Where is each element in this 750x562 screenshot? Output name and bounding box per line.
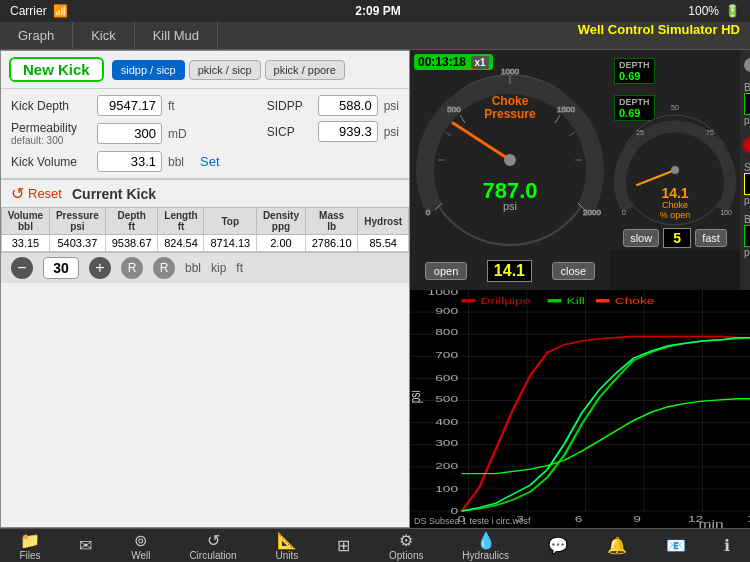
r-button-1[interactable]: R — [121, 257, 143, 279]
options-label: Options — [389, 550, 423, 561]
speed-controls: slow 5 fast — [610, 228, 740, 248]
toolbar-hydraulics[interactable]: 💧 Hydraulics — [454, 531, 517, 561]
units-label: Units — [276, 550, 299, 561]
bhp-unit: psi — [744, 247, 750, 258]
plus-button[interactable]: + — [89, 257, 111, 279]
permeability-input[interactable] — [97, 123, 162, 144]
bop-press-value: 2604.9 — [744, 93, 750, 115]
new-kick-header: New Kick sidpp / sicp pkick / sicp pkick… — [1, 51, 409, 89]
svg-text:% open: % open — [660, 210, 691, 220]
tab-pkick-ppore[interactable]: pkick / ppore — [265, 60, 345, 80]
bottom-toolbar: 📁 Files ✉ ⊚ Well ↺ Circulation 📐 Units ⊞… — [0, 528, 750, 562]
svg-text:6: 6 — [575, 514, 583, 524]
kick-volume-unit: bbl — [168, 155, 184, 169]
svg-text:25: 25 — [636, 129, 644, 136]
choke-pct-gauge: DEPTH 0.69 DEPTH 0.69 0 25 50 75 100 — [610, 50, 740, 250]
tab-pkick-sicp[interactable]: pkick / sicp — [189, 60, 261, 80]
toolbar-bars[interactable]: ⊞ — [329, 536, 358, 555]
svg-point-28 — [671, 166, 679, 174]
nav-tab-kill-mud[interactable]: Kill Mud — [135, 22, 218, 50]
svg-text:psi: psi — [503, 200, 517, 212]
kick-volume-input[interactable] — [97, 151, 162, 172]
svg-text:500: 500 — [435, 394, 459, 404]
bop-failure-light — [744, 58, 750, 72]
kick-volume-row: Kick Volume bbl Set — [11, 151, 247, 172]
data-table-container: Volumebbl Pressurepsi Depthft Lengthft T… — [1, 207, 409, 252]
tab-sidpp-sicp[interactable]: sidpp / sicp — [112, 60, 185, 80]
toolbar-chat[interactable]: 💬 — [540, 536, 576, 555]
bhp-label: BHP — [744, 214, 750, 225]
cell-mass: 2786.10 — [305, 235, 358, 252]
nav-tab-graph[interactable]: Graph — [0, 22, 73, 50]
kick-depth-input[interactable] — [97, 95, 162, 116]
toolbar-well[interactable]: ⊚ Well — [123, 531, 158, 561]
toolbar-info[interactable]: ℹ — [716, 536, 738, 555]
set-link[interactable]: Set — [200, 154, 220, 169]
sidpp-unit: psi — [384, 99, 399, 113]
bop-press-container: BOP PRESS 2604.9 psi — [744, 82, 750, 126]
cell-depth: 9538.67 — [105, 235, 158, 252]
col-density: Densityppg — [257, 208, 306, 235]
reset-button[interactable]: ↺ Reset — [11, 184, 62, 203]
battery-display: 100% — [688, 4, 719, 18]
kick-depth-label: Kick Depth — [11, 99, 91, 113]
sicp-unit: psi — [384, 125, 399, 139]
fast-button[interactable]: fast — [695, 229, 727, 247]
cell-pressure: 5403.37 — [49, 235, 105, 252]
sidpp-input[interactable] — [318, 95, 378, 116]
sicp-input[interactable] — [318, 121, 378, 142]
speaker-icon: 🔔 — [607, 536, 627, 555]
svg-rect-106 — [596, 299, 610, 302]
bars-icon: ⊞ — [337, 536, 350, 555]
reset-icon: ↺ — [11, 184, 24, 203]
chat-icon: 💬 — [548, 536, 568, 555]
svg-text:300: 300 — [435, 438, 459, 448]
cell-length: 824.54 — [158, 235, 204, 252]
nav-tab-kick[interactable]: Kick — [73, 22, 135, 50]
files-icon: 📁 — [20, 531, 40, 550]
kick-tabs: sidpp / sicp pkick / sicp pkick / ppore — [112, 60, 345, 80]
svg-rect-48 — [410, 290, 750, 528]
toolbar-mail[interactable]: ✉ — [71, 536, 100, 555]
col-pressure: Pressurepsi — [49, 208, 105, 235]
hydraulics-icon: 💧 — [476, 531, 496, 550]
svg-text:0: 0 — [622, 209, 626, 216]
svg-rect-102 — [462, 299, 476, 302]
well-label: Well — [131, 550, 150, 561]
svg-text:Drillpipe: Drillpipe — [481, 295, 531, 305]
toolbar-email[interactable]: 📧 — [658, 536, 694, 555]
close-button[interactable]: close — [552, 262, 596, 280]
main-content: New Kick sidpp / sicp pkick / sicp pkick… — [0, 50, 750, 528]
toolbar-units[interactable]: 📐 Units — [268, 531, 307, 561]
svg-text:800: 800 — [435, 327, 459, 337]
svg-text:100: 100 — [720, 209, 732, 216]
right-panel: 00:13:18 x1 0 500 — [410, 50, 750, 528]
step-value: 30 — [43, 257, 79, 279]
toolbar-speaker[interactable]: 🔔 — [599, 536, 635, 555]
controls-row: − 30 + R R bbl kip ft — [1, 252, 409, 283]
choke-pressure-gauge: 00:13:18 x1 0 500 — [410, 50, 610, 290]
svg-text:50: 50 — [671, 104, 679, 111]
svg-text:400: 400 — [435, 416, 459, 426]
toolbar-options[interactable]: ⚙ Options — [381, 531, 431, 561]
toolbar-files[interactable]: 📁 Files — [11, 531, 48, 561]
current-kick-label: Current Kick — [72, 186, 156, 202]
r-button-2[interactable]: R — [153, 257, 175, 279]
open-button[interactable]: open — [425, 262, 467, 280]
kick-depth-row: Kick Depth ft — [11, 95, 247, 116]
kick-volume-label: Kick Volume — [11, 155, 91, 169]
svg-text:1000: 1000 — [501, 67, 519, 76]
slow-button[interactable]: slow — [623, 229, 659, 247]
svg-text:14.1: 14.1 — [661, 185, 688, 201]
file-label: DS Subsea 1 teste i circ.wcsf — [414, 516, 531, 526]
hydraulics-label: Hydraulics — [462, 550, 509, 561]
minus-button[interactable]: − — [11, 257, 33, 279]
unit-ft: ft — [236, 261, 243, 275]
toolbar-circulation[interactable]: ↺ Circulation — [181, 531, 244, 561]
svg-text:700: 700 — [435, 349, 459, 359]
units-icon: 📐 — [277, 531, 297, 550]
bop-closed-light — [744, 138, 750, 152]
new-kick-title: New Kick — [9, 57, 104, 82]
svg-text:1000: 1000 — [428, 290, 459, 296]
choke-gauge-svg: 0 500 1000 1500 2000 — [410, 50, 610, 250]
